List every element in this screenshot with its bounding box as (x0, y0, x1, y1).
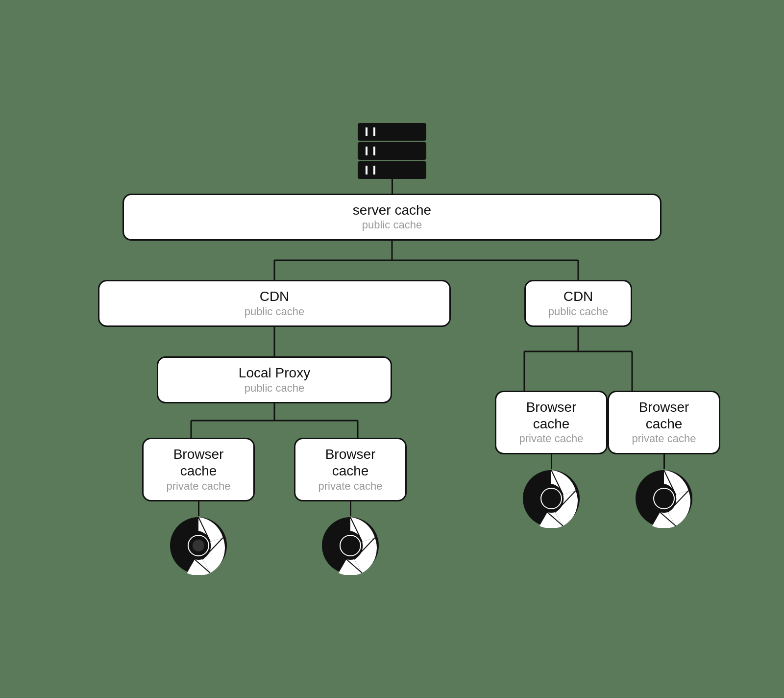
browser-cache-1-subtitle: private cache (155, 479, 242, 494)
left-subtree: CDN public cache Local Proxy public cach… (122, 280, 426, 575)
browser-cache-1-title: Browser cache (155, 446, 242, 479)
browser-unit-4: Browser cache private cache (608, 391, 720, 528)
browser-unit-3: Browser cache private cache (495, 391, 608, 528)
cdn-left-title: CDN (111, 288, 438, 305)
browser-cache-4-title: Browser cache (621, 399, 707, 432)
browser-cache-4-subtitle: private cache (621, 432, 707, 446)
server-cache-subtitle: public cache (136, 218, 648, 232)
local-proxy-subtitle: public cache (170, 381, 379, 396)
right-subtree: CDN public cache Browser cache private c… (495, 280, 662, 528)
diagram: server cache public cache CDN public cac… (98, 103, 686, 595)
svg-point-39 (654, 489, 674, 508)
browser-unit-1: Browser cache private cache (142, 438, 255, 575)
browser-cache-2-title: Browser cache (307, 446, 393, 479)
cdn-right-title: CDN (538, 288, 619, 305)
local-proxy-box: Local Proxy public cache (157, 356, 392, 403)
browser-cache-box-2: Browser cache private cache (294, 438, 407, 501)
cdn-row: CDN public cache Local Proxy public cach… (122, 280, 662, 575)
cdn-right-to-browsers-connector (495, 327, 662, 391)
cdn-left-subtitle: public cache (111, 305, 438, 319)
cdn-left-box: CDN public cache (98, 280, 451, 327)
server-cache-title: server cache (136, 202, 648, 219)
server-to-cdn-connector (122, 241, 662, 280)
chrome-icon-3 (522, 469, 581, 528)
browser1-to-chrome-connector (198, 501, 199, 516)
local-proxy-to-browsers-connector (122, 403, 426, 438)
browser-cache-3-title: Browser cache (508, 399, 594, 432)
browser-cache-box-4: Browser cache private cache (608, 391, 720, 454)
browser3-to-chrome-connector (551, 454, 552, 469)
chrome-icon-2 (321, 516, 380, 575)
svg-point-21 (341, 536, 360, 555)
server-icon (358, 123, 426, 179)
browser-row-right: Browser cache private cache (495, 391, 662, 528)
svg-point-32 (541, 489, 561, 508)
chrome-icon-1 (169, 516, 228, 575)
db-layer-mid (358, 142, 426, 160)
browser2-to-chrome-connector (350, 501, 351, 516)
cdn-left-to-local-proxy-connector (122, 327, 426, 356)
browser-unit-2: Browser cache private cache (294, 438, 407, 575)
connector-icon-to-server (392, 179, 393, 194)
cdn-right-subtitle: public cache (538, 305, 619, 319)
local-proxy-title: Local Proxy (170, 365, 379, 381)
db-stack (358, 123, 426, 179)
cdn-right-box: CDN public cache (524, 280, 632, 327)
server-cache-box: server cache public cache (122, 194, 662, 241)
browser-cache-box-3: Browser cache private cache (495, 391, 608, 454)
browser-cache-3-subtitle: private cache (508, 432, 594, 446)
db-layer-bot (358, 161, 426, 179)
chrome-icon-4 (635, 469, 693, 528)
browser-cache-box-1: Browser cache private cache (142, 438, 255, 501)
svg-point-13 (193, 540, 204, 551)
browser4-to-chrome-connector (663, 454, 665, 469)
browser-cache-2-subtitle: private cache (307, 479, 393, 494)
browser-row-left: Browser cache private cache (122, 438, 426, 575)
db-layer-top (358, 123, 426, 141)
